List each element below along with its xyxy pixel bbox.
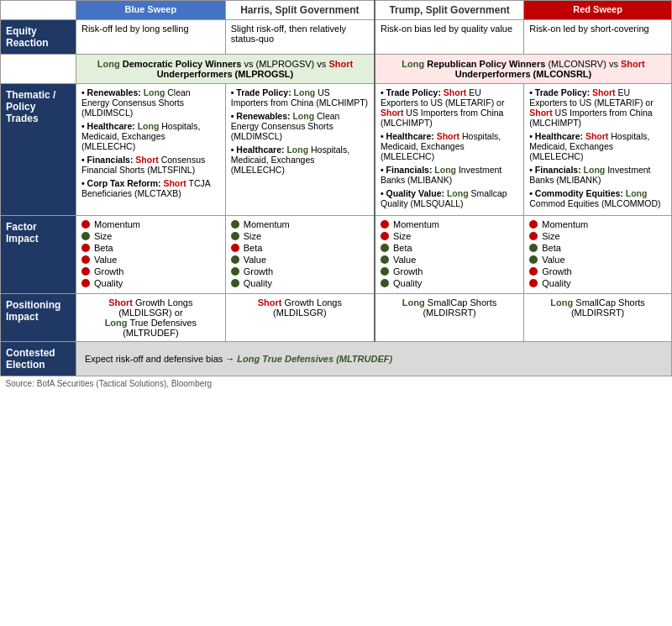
thematic-col3-item1: • Trade Policy: Long US Importers from C… [231, 87, 369, 108]
size-circle-col2 [81, 232, 90, 240]
policy-left-short: Short [328, 59, 353, 69]
momentum-label-col2: Momentum [94, 219, 140, 229]
thematic-col2-item1: • Renewables: Long Clean Energy Consensu… [81, 87, 220, 118]
momentum-circle-col2 [81, 220, 90, 229]
quality-label-col5: Quality [542, 278, 570, 288]
growth-label-col4: Growth [393, 266, 423, 276]
beta-label-col2: Beta [94, 243, 113, 253]
beta-circle-col5 [529, 244, 538, 252]
size-label-col2: Size [94, 231, 112, 241]
factor-col3: Momentum Size Beta Value Growth [225, 216, 375, 294]
contested-row: Contested Election Expect risk-off and d… [1, 342, 672, 376]
thematic-col5-list: • Trade Policy: Short EU Exporters to US… [529, 87, 666, 208]
policy-header-right: Long Republican Policy Winners (MLCONSRV… [375, 55, 672, 84]
thematic-col2-item3: • Financials: Short Consensus Financial … [81, 155, 220, 175]
contested-italic-green: Long True Defensives (MLTRUDEF) [237, 354, 392, 364]
size-label-col3: Size [244, 231, 261, 241]
policy-right-vs: (MLCONSRV) vs [548, 59, 621, 69]
factor-col3-momentum: Momentum [231, 219, 369, 229]
policy-right-rep: Republican Policy Winners [427, 59, 545, 69]
thematic-col3-item3: • Healthcare: Long Hospitals, Medicaid, … [231, 145, 369, 175]
size-label-col5: Size [542, 231, 559, 241]
factor-col5-growth: Growth [529, 266, 666, 276]
momentum-circle-col4 [381, 220, 389, 229]
policy-header-row: Long Democratic Policy Winners vs (MLPRO… [1, 55, 672, 84]
growth-circle-col2 [81, 267, 90, 276]
positioning-row: Positioning Impact Short Growth Longs (M… [1, 294, 672, 342]
policy-right-under: Underperformers (MLCONSRL) [455, 69, 592, 79]
factor-col2-beta: Beta [81, 243, 220, 253]
thematic-col5: • Trade Policy: Short EU Exporters to US… [524, 84, 672, 216]
factor-col4: Momentum Size Beta Value Growth [375, 216, 524, 294]
policy-header-left: Long Democratic Policy Winners vs (MLPRO… [76, 55, 375, 84]
source-row: Source: BofA Securities (Tactical Soluti… [1, 376, 672, 392]
policy-header-empty [1, 55, 76, 84]
growth-circle-col5 [529, 267, 538, 276]
value-label-col5: Value [542, 255, 564, 265]
thematic-col2-list: • Renewables: Long Clean Energy Consensu… [81, 87, 220, 198]
momentum-label-col5: Momentum [542, 219, 588, 229]
thematic-col4-item4: • Quality Value: Long Smallcap Quality (… [381, 188, 518, 208]
factor-col2-growth: Growth [81, 266, 220, 276]
beta-circle-col3 [231, 244, 239, 252]
thematic-row: Thematic / Policy Trades • Renewables: L… [1, 84, 672, 216]
thematic-col4-item2: • Healthcare: Short Hospitals, Medicaid,… [381, 131, 518, 161]
value-circle-col3 [231, 255, 239, 264]
beta-label-col3: Beta [244, 243, 263, 253]
beta-label-col4: Beta [393, 243, 412, 253]
positioning-col2: Short Growth Longs (MLDILSGR) or Long Tr… [76, 294, 225, 342]
factor-row: Factor Impact Momentum Size Beta [1, 216, 672, 294]
policy-left-under: Underperformers (MLPROGSL) [157, 69, 294, 79]
factor-col2-size: Size [81, 231, 220, 241]
contested-text: Expect risk-off and defensive bias → [85, 354, 237, 364]
col1-header [1, 1, 76, 20]
value-label-col3: Value [244, 255, 266, 265]
policy-left-dem: Democratic Policy Winners [123, 59, 242, 69]
factor-col4-value: Value [381, 255, 518, 265]
factor-label: Factor Impact [1, 216, 76, 294]
equity-reaction-row: Equity Reaction Risk-off led by long sel… [1, 20, 672, 55]
beta-label-col5: Beta [542, 243, 561, 253]
momentum-circle-col5 [529, 220, 538, 229]
growth-circle-col4 [381, 267, 389, 276]
quality-circle-col5 [529, 279, 538, 287]
beta-circle-col4 [381, 244, 389, 252]
equity-reaction-label: Equity Reaction [1, 20, 76, 55]
thematic-col2-item2: • Healthcare: Long Hospitals, Medicaid, … [81, 121, 220, 151]
value-circle-col4 [381, 255, 389, 264]
size-label-col4: Size [393, 231, 411, 241]
contested-content: Expect risk-off and defensive bias → Lon… [76, 342, 671, 376]
factor-col5-value: Value [529, 255, 666, 265]
thematic-col4-item1: • Trade Policy: Short EU Exporters to US… [381, 87, 518, 128]
factor-col2: Momentum Size Beta Value Growth [76, 216, 225, 294]
factor-col5-momentum: Momentum [529, 219, 666, 229]
thematic-col3: • Trade Policy: Long US Importers from C… [225, 84, 375, 216]
thematic-col3-list: • Trade Policy: Long US Importers from C… [231, 87, 369, 175]
factor-col3-value: Value [231, 255, 369, 265]
factor-col5-size: Size [529, 231, 666, 241]
policy-right-long: Long [402, 59, 424, 69]
header-row: Blue Sweep Harris, Split Government Trum… [1, 1, 672, 20]
factor-col4-growth: Growth [381, 266, 518, 276]
thematic-col2: • Renewables: Long Clean Energy Consensu… [76, 84, 225, 216]
thematic-col5-item3: • Financials: Long Investment Banks (MLI… [529, 165, 666, 185]
col3-header: Harris, Split Government [225, 1, 375, 20]
equity-col3: Slight risk-off, then relatively status-… [225, 20, 375, 55]
factor-col2-quality: Quality [81, 278, 220, 288]
momentum-circle-col3 [231, 220, 239, 229]
momentum-label-col4: Momentum [393, 219, 439, 229]
thematic-label: Thematic / Policy Trades [1, 84, 76, 216]
growth-circle-col3 [231, 267, 239, 276]
quality-label-col2: Quality [94, 278, 123, 288]
quality-circle-col4 [381, 279, 389, 287]
thematic-col4-item3: • Financials: Long Investment Banks (MLI… [381, 165, 518, 185]
col4-header: Trump, Split Government [375, 1, 524, 20]
factor-col5: Momentum Size Beta Value Growth [524, 216, 672, 294]
factor-col4-beta: Beta [381, 243, 518, 253]
quality-label-col3: Quality [244, 278, 272, 288]
positioning-col5: Long SmallCap Shorts (MLDIRSRT) [524, 294, 672, 342]
growth-label-col3: Growth [244, 266, 273, 276]
thematic-col2-item4: • Corp Tax Reform: Short TCJA Beneficiar… [81, 178, 220, 198]
policy-left-long: Long [97, 59, 120, 69]
positioning-col4: Long SmallCap Shorts (MLDIRSRT) [375, 294, 524, 342]
